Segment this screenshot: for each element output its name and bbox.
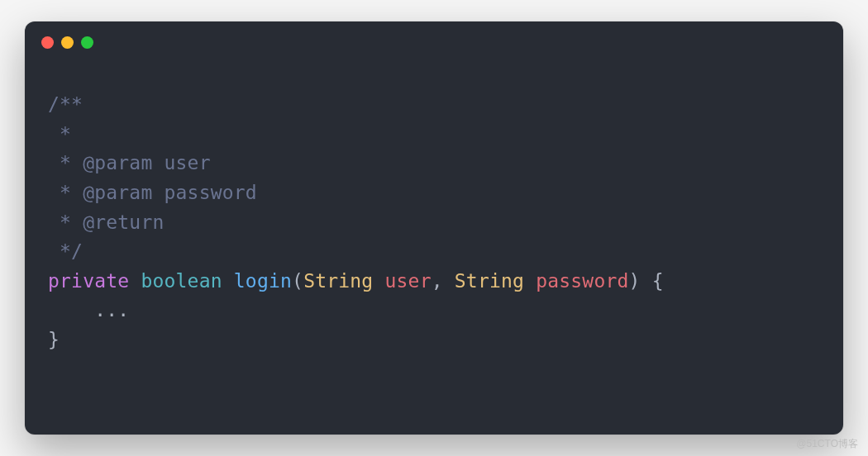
javadoc-param-tag: @param <box>83 152 152 173</box>
param-user: user <box>384 270 431 292</box>
code-line: private boolean login(String user, Strin… <box>48 267 820 297</box>
keyword-boolean: boolean <box>141 270 222 292</box>
code-line: */ <box>48 237 820 267</box>
javadoc-return-tag: @return <box>83 211 164 233</box>
javadoc-param-name: user <box>152 152 210 173</box>
type-string: String <box>303 270 373 292</box>
comment-prefix: * <box>48 152 83 173</box>
method-name: login <box>234 270 292 292</box>
space <box>524 270 536 292</box>
brace-close: } <box>48 329 60 350</box>
javadoc-param-name: password <box>152 182 256 203</box>
code-block: /** * * @param user * @param password * … <box>25 57 843 372</box>
space <box>373 270 384 292</box>
paren-open: ( <box>292 270 303 292</box>
space <box>129 270 141 292</box>
window-titlebar <box>25 21 843 57</box>
space <box>222 270 234 292</box>
brace-open: { <box>641 270 664 292</box>
code-line: * <box>48 120 820 150</box>
comment-star: * <box>48 123 71 145</box>
paren-close: ) <box>629 270 641 292</box>
code-line: * @param user <box>48 149 820 178</box>
close-icon[interactable] <box>41 36 54 49</box>
comment-prefix: * <box>48 182 83 203</box>
code-window: /** * * @param user * @param password * … <box>25 21 843 435</box>
type-string: String <box>455 270 524 292</box>
indent <box>48 299 94 321</box>
code-line: } <box>48 325 820 355</box>
keyword-private: private <box>48 270 129 292</box>
code-line: /** <box>48 90 820 120</box>
comment-close: */ <box>48 240 83 262</box>
code-line: ... <box>48 296 820 325</box>
ellipsis: ... <box>94 299 129 321</box>
comment-open: /** <box>48 93 83 115</box>
code-line: * @param password <box>48 178 820 208</box>
zoom-icon[interactable] <box>81 36 93 49</box>
minimize-icon[interactable] <box>61 36 74 49</box>
param-password: password <box>536 270 628 292</box>
comma: , <box>432 270 455 292</box>
comment-prefix: * <box>48 211 83 233</box>
watermark-text: @51CTO博客 <box>796 437 858 451</box>
javadoc-param-tag: @param <box>83 182 152 203</box>
code-line: * @return <box>48 208 820 238</box>
